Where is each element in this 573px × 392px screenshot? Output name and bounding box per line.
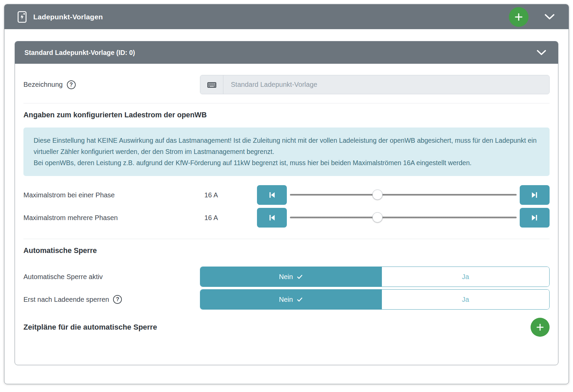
option-nein-button[interactable]: Nein — [200, 290, 382, 309]
name-input-group — [200, 75, 550, 94]
name-input[interactable] — [223, 75, 549, 94]
skip-to-min-button[interactable] — [257, 185, 287, 205]
name-field-label: Bezeichnung — [23, 81, 63, 89]
add-template-button[interactable] — [509, 7, 529, 27]
charge-current-info-alert: Diese Einstellung hat KEINE Auswirkung a… — [23, 128, 550, 176]
check-icon — [296, 296, 303, 303]
keyboard-icon — [200, 75, 223, 94]
template-collapse-chevron-down-icon[interactable] — [536, 50, 547, 56]
template-card-header[interactable]: Standard Ladepunkt-Vorlage (ID: 0) — [15, 41, 558, 64]
charge-current-heading: Angaben zum konfigurierten Ladestrom der… — [23, 111, 550, 119]
plus-icon — [514, 12, 524, 22]
skip-to-max-button[interactable] — [520, 185, 550, 205]
slider-label: Maximalstrom bei einer Phase — [23, 191, 200, 199]
schedules-row: Zeitpläne für die automatische Sperre — [23, 318, 550, 337]
max-current-multi-phase-row: Maximalstrom mehrere Phasen 16 A — [23, 208, 550, 228]
slider-track[interactable] — [290, 194, 517, 196]
option-label: Nein — [279, 273, 293, 281]
add-schedule-button[interactable] — [531, 318, 550, 337]
auto-lock-active-row: Automatische Sperre aktiv Nein Ja — [23, 267, 550, 287]
auto-lock-active-toggle: Nein Ja — [200, 267, 550, 287]
skip-to-max-button[interactable] — [520, 208, 550, 228]
option-ja-button[interactable]: Ja — [382, 290, 549, 309]
section-divider — [23, 103, 550, 103]
info-paragraph-1: Diese Einstellung hat KEINE Auswirkung a… — [34, 135, 539, 157]
panel-collapse-chevron-down-icon[interactable] — [544, 14, 555, 20]
toggle-label-wrap: Erst nach Ladeende sperren ? — [23, 295, 200, 304]
lock-after-charge-toggle: Nein Ja — [200, 289, 550, 310]
section-divider — [23, 239, 550, 239]
check-icon — [296, 273, 303, 280]
option-label: Ja — [462, 296, 469, 303]
slider-value: 16 A — [200, 191, 257, 199]
slider-label: Maximalstrom mehrere Phasen — [23, 214, 200, 222]
lock-after-charge-row: Erst nach Ladeende sperren ? Nein Ja — [23, 289, 550, 310]
option-ja-button[interactable]: Ja — [382, 267, 549, 287]
slider-thumb[interactable] — [372, 190, 383, 200]
ladepunkt-vorlagen-panel: Ladepunkt-Vorlagen Standard Ladepunkt-Vo… — [4, 4, 569, 384]
option-nein-button[interactable]: Nein — [200, 267, 382, 287]
name-field-row: Bezeichnung ? — [23, 75, 550, 94]
page-title: Ladepunkt-Vorlagen — [33, 13, 103, 21]
plus-icon — [535, 322, 545, 332]
auto-lock-heading: Automatische Sperre — [23, 247, 550, 255]
slider-thumb[interactable] — [372, 212, 383, 222]
schedules-heading: Zeitpläne für die automatische Sperre — [23, 323, 157, 332]
help-icon[interactable]: ? — [67, 80, 76, 89]
option-label: Ja — [462, 273, 469, 281]
current-slider[interactable] — [287, 185, 520, 205]
toggle-label: Erst nach Ladeende sperren — [23, 296, 109, 303]
toggle-label: Automatische Sperre aktiv — [23, 273, 200, 281]
max-current-single-phase-row: Maximalstrom bei einer Phase 16 A — [23, 185, 550, 205]
template-card: Standard Ladepunkt-Vorlage (ID: 0) Bezei… — [15, 41, 558, 365]
current-slider[interactable] — [287, 208, 520, 228]
template-card-title: Standard Ladepunkt-Vorlage (ID: 0) — [24, 49, 135, 57]
slider-value: 16 A — [200, 214, 257, 222]
charge-point-template-icon — [17, 11, 27, 23]
slider-track[interactable] — [290, 217, 517, 218]
panel-body: Standard Ladepunkt-Vorlage (ID: 0) Bezei… — [4, 29, 569, 365]
help-icon[interactable]: ? — [113, 295, 122, 304]
name-field-label-wrap: Bezeichnung ? — [23, 80, 200, 89]
skip-to-min-button[interactable] — [257, 208, 287, 228]
option-label: Nein — [279, 296, 293, 303]
info-paragraph-2: Bei openWBs, deren Leistung z.B. aufgrun… — [34, 157, 539, 169]
panel-header: Ladepunkt-Vorlagen — [4, 4, 569, 29]
